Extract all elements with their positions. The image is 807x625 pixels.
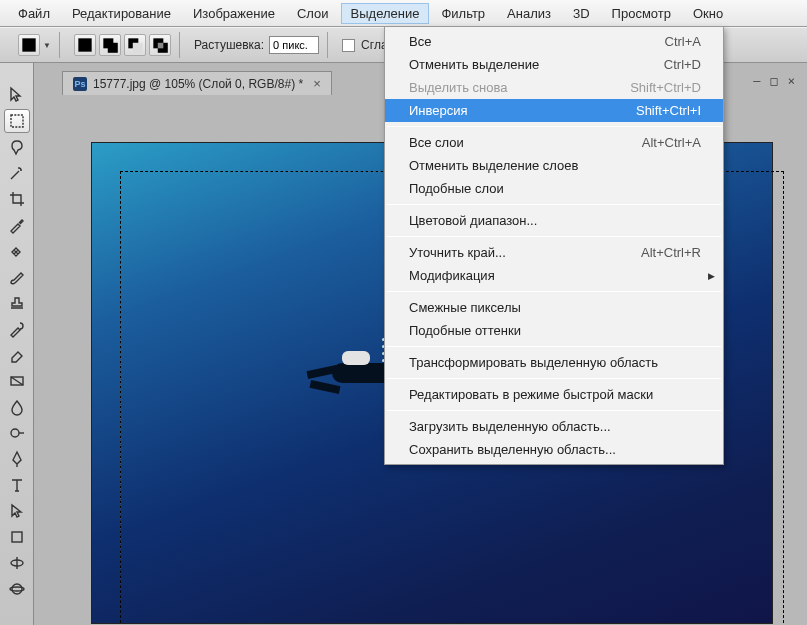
gradient-tool-icon[interactable] — [4, 369, 30, 393]
menu-image[interactable]: Изображение — [183, 3, 285, 24]
menu-select-similar[interactable]: Подобные оттенки — [385, 319, 723, 342]
document-tab[interactable]: Ps 15777.jpg @ 105% (Слой 0, RGB/8#) * × — [62, 71, 332, 95]
menu-layer[interactable]: Слои — [287, 3, 339, 24]
menu-select-refine-edge[interactable]: Уточнить край...Alt+Ctrl+R — [385, 241, 723, 264]
selection-add-icon[interactable] — [99, 34, 121, 56]
menu-select-all-layers[interactable]: Все слоиAlt+Ctrl+A — [385, 131, 723, 154]
svg-rect-3 — [108, 43, 118, 53]
lasso-tool-icon[interactable] — [4, 135, 30, 159]
maximize-icon[interactable]: □ — [771, 74, 778, 88]
menu-analysis[interactable]: Анализ — [497, 3, 561, 24]
tools-panel — [0, 63, 34, 625]
selection-subtract-icon[interactable] — [124, 34, 146, 56]
menu-select-all[interactable]: ВсеCtrl+A — [385, 30, 723, 53]
path-select-tool-icon[interactable] — [4, 499, 30, 523]
history-brush-tool-icon[interactable] — [4, 317, 30, 341]
separator — [387, 204, 721, 205]
close-icon[interactable]: × — [788, 74, 795, 88]
menu-file[interactable]: Файл — [8, 3, 60, 24]
menu-select-reselect: Выделить сноваShift+Ctrl+D — [385, 76, 723, 99]
eraser-tool-icon[interactable] — [4, 343, 30, 367]
document-title: 15777.jpg @ 105% (Слой 0, RGB/8#) * — [93, 77, 303, 91]
separator — [387, 378, 721, 379]
feather-input[interactable] — [269, 36, 319, 54]
separator — [387, 236, 721, 237]
heal-tool-icon[interactable] — [4, 239, 30, 263]
pen-tool-icon[interactable] — [4, 447, 30, 471]
blur-tool-icon[interactable] — [4, 395, 30, 419]
svg-point-14 — [12, 584, 22, 594]
svg-rect-12 — [12, 532, 22, 542]
menu-select-inverse[interactable]: ИнверсияShift+Ctrl+I — [385, 99, 723, 122]
brush-tool-icon[interactable] — [4, 265, 30, 289]
svg-rect-0 — [22, 38, 35, 51]
menu-select-save[interactable]: Сохранить выделенную область... — [385, 438, 723, 461]
feather-label: Растушевка: — [194, 38, 264, 52]
close-tab-icon[interactable]: × — [313, 76, 321, 91]
menu-edit[interactable]: Редактирование — [62, 3, 181, 24]
stamp-tool-icon[interactable] — [4, 291, 30, 315]
selection-new-icon[interactable] — [74, 34, 96, 56]
menu-view[interactable]: Просмотр — [602, 3, 681, 24]
svg-point-11 — [11, 429, 19, 437]
dodge-tool-icon[interactable] — [4, 421, 30, 445]
separator — [387, 410, 721, 411]
menu-select-deselect[interactable]: Отменить выделениеCtrl+D — [385, 53, 723, 76]
menu-3d[interactable]: 3D — [563, 3, 600, 24]
selection-intersect-icon[interactable] — [149, 34, 171, 56]
separator — [387, 126, 721, 127]
select-menu-dropdown: ВсеCtrl+A Отменить выделениеCtrl+D Выдел… — [384, 26, 724, 465]
menu-window[interactable]: Окно — [683, 3, 733, 24]
menubar: Файл Редактирование Изображение Слои Выд… — [0, 0, 807, 26]
menu-filter[interactable]: Фильтр — [431, 3, 495, 24]
svg-rect-8 — [158, 43, 164, 49]
wand-tool-icon[interactable] — [4, 161, 30, 185]
window-controls: — □ × — [753, 74, 795, 88]
marquee-tool-icon[interactable] — [4, 109, 30, 133]
submenu-arrow-icon: ▶ — [708, 271, 715, 281]
svg-rect-5 — [133, 43, 143, 53]
minimize-icon[interactable]: — — [753, 74, 760, 88]
menu-select-quick-mask[interactable]: Редактировать в режиме быстрой маски — [385, 383, 723, 406]
menu-select-similar-layers[interactable]: Подобные слои — [385, 177, 723, 200]
move-tool-icon[interactable] — [4, 83, 30, 107]
svg-rect-1 — [78, 38, 91, 51]
ps-file-icon: Ps — [73, 77, 87, 91]
menu-select-color-range[interactable]: Цветовой диапазон... — [385, 209, 723, 232]
menu-select-load[interactable]: Загрузить выделенную область... — [385, 415, 723, 438]
shape-tool-icon[interactable] — [4, 525, 30, 549]
separator — [387, 291, 721, 292]
marquee-tool-icon[interactable] — [18, 34, 40, 56]
menu-select-grow[interactable]: Смежные пикселы — [385, 296, 723, 319]
rotate-3d-tool-icon[interactable] — [4, 551, 30, 575]
crop-tool-icon[interactable] — [4, 187, 30, 211]
eyedropper-tool-icon[interactable] — [4, 213, 30, 237]
svg-rect-9 — [11, 115, 23, 127]
separator — [387, 346, 721, 347]
tool-preset-dropdown-icon[interactable]: ▼ — [43, 41, 51, 50]
menu-select-modify[interactable]: Модификация▶ — [385, 264, 723, 287]
antialias-checkbox[interactable] — [342, 39, 355, 52]
menu-select-deselect-layers[interactable]: Отменить выделение слоев — [385, 154, 723, 177]
type-tool-icon[interactable] — [4, 473, 30, 497]
orbit-3d-tool-icon[interactable] — [4, 577, 30, 601]
menu-select-transform[interactable]: Трансформировать выделенную область — [385, 351, 723, 374]
menu-select[interactable]: Выделение — [341, 3, 430, 24]
